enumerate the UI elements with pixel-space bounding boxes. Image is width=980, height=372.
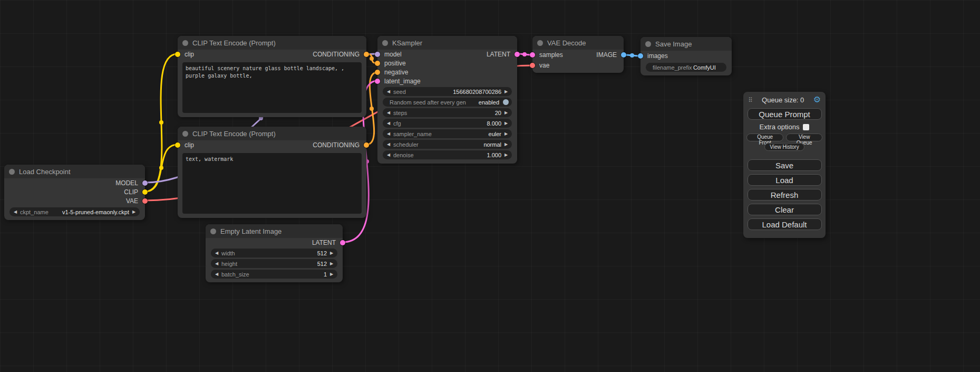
- node-title-bar[interactable]: CLIP Text Encode (Prompt): [178, 36, 366, 50]
- input-slot-samples[interactable]: [530, 52, 535, 58]
- view-history-button[interactable]: View History: [764, 143, 804, 151]
- collapse-dot-icon[interactable]: [382, 40, 388, 46]
- node-load-checkpoint[interactable]: Load Checkpoint MODEL CLIP VAE ckpt_name…: [4, 165, 145, 220]
- collapse-dot-icon[interactable]: [210, 228, 216, 234]
- input-slot-images[interactable]: [638, 53, 643, 59]
- output-slot-clip[interactable]: [142, 189, 148, 195]
- output-row: CLIP: [4, 187, 145, 196]
- node-graph-canvas[interactable]: Load Checkpoint MODEL CLIP VAE ckpt_name…: [0, 0, 980, 372]
- increment-arrow-icon[interactable]: [328, 259, 335, 268]
- output-label-model: MODEL: [115, 179, 138, 187]
- node-title-bar[interactable]: KSampler: [377, 36, 517, 50]
- node-title-bar[interactable]: CLIP Text Encode (Prompt): [178, 127, 366, 140]
- increment-arrow-icon[interactable]: [328, 249, 335, 257]
- queue-buttons-row: Queue Front View Queue: [746, 133, 822, 141]
- widget-steps[interactable]: steps 20: [383, 108, 512, 117]
- increment-arrow-icon[interactable]: [502, 108, 510, 117]
- decrement-arrow-icon[interactable]: [385, 108, 392, 117]
- widget-width[interactable]: width 512: [211, 249, 337, 257]
- decrement-arrow-icon[interactable]: [213, 249, 220, 257]
- input-label-clip: clip: [185, 51, 194, 58]
- decrement-arrow-icon[interactable]: [213, 259, 220, 268]
- node-title-bar[interactable]: Save Image: [641, 37, 732, 51]
- decrement-arrow-icon[interactable]: [385, 87, 392, 96]
- input-slot-model[interactable]: [375, 52, 380, 57]
- load-default-button[interactable]: Load Default: [748, 218, 822, 230]
- slot-row: clip CONDITIONING: [178, 50, 366, 59]
- queue-size-label: Queue size: 0: [753, 96, 813, 104]
- queue-prompt-button[interactable]: Queue Prompt: [748, 108, 822, 120]
- output-slot-latent[interactable]: [515, 52, 520, 57]
- collapse-dot-icon[interactable]: [9, 169, 15, 175]
- refresh-button[interactable]: Refresh: [748, 189, 822, 201]
- output-slot-model[interactable]: [142, 180, 148, 186]
- increment-arrow-icon[interactable]: [502, 87, 510, 96]
- output-slot-conditioning[interactable]: [364, 52, 369, 57]
- toggle-knob-icon[interactable]: [503, 99, 509, 105]
- slot-row: positive: [377, 59, 517, 68]
- widget-cfg[interactable]: cfg 8.000: [383, 119, 512, 128]
- widget-scheduler[interactable]: scheduler normal: [383, 140, 512, 149]
- widget-filename-prefix[interactable]: filename_prefix ComfyUI: [646, 63, 726, 72]
- link-midpoint-dot: [370, 107, 374, 111]
- input-label-images: images: [647, 52, 668, 60]
- drag-handle-icon[interactable]: [748, 95, 753, 104]
- input-slot-positive[interactable]: [375, 61, 380, 66]
- widget-seed[interactable]: seed 156680208700286: [383, 87, 512, 96]
- input-slot-negative[interactable]: [375, 70, 380, 75]
- decrement-arrow-icon[interactable]: [385, 150, 392, 159]
- node-clip-text-encode-negative[interactable]: CLIP Text Encode (Prompt) clip CONDITION…: [178, 127, 366, 218]
- output-slot-latent[interactable]: [340, 240, 345, 245]
- decrement-arrow-icon[interactable]: [385, 119, 392, 128]
- load-button[interactable]: Load: [748, 174, 822, 186]
- output-slot-image[interactable]: [621, 52, 626, 58]
- queue-front-button[interactable]: Queue Front: [746, 133, 783, 141]
- settings-gear-icon[interactable]: [813, 96, 821, 104]
- widget-denoise[interactable]: denoise 1.000: [383, 150, 512, 159]
- node-title-bar[interactable]: Load Checkpoint: [4, 165, 145, 178]
- slot-row: vae: [532, 60, 624, 71]
- node-vae-decode[interactable]: VAE Decode samples IMAGE vae: [532, 36, 624, 73]
- node-save-image[interactable]: Save Image images filename_prefix ComfyU…: [641, 37, 732, 75]
- collapse-dot-icon[interactable]: [537, 40, 543, 46]
- output-slot-conditioning[interactable]: [364, 142, 369, 148]
- increment-arrow-icon[interactable]: [502, 119, 510, 128]
- prev-value-arrow-icon[interactable]: [12, 207, 19, 216]
- widget-value: ComfyUI: [692, 64, 724, 71]
- input-slot-clip[interactable]: [175, 142, 180, 148]
- view-queue-button[interactable]: View Queue: [786, 133, 822, 141]
- next-value-arrow-icon[interactable]: [502, 140, 510, 149]
- input-label-clip: clip: [185, 141, 194, 149]
- widget-sampler-name[interactable]: sampler_name euler: [383, 129, 512, 138]
- extra-options-checkbox[interactable]: [803, 124, 809, 130]
- clear-button[interactable]: Clear: [748, 204, 822, 215]
- prev-value-arrow-icon[interactable]: [385, 140, 392, 149]
- input-label-samples: samples: [539, 51, 563, 59]
- decrement-arrow-icon[interactable]: [213, 270, 220, 279]
- save-button[interactable]: Save: [748, 159, 822, 171]
- input-slot-latent-image[interactable]: [375, 79, 380, 84]
- widget-height[interactable]: height 512: [211, 259, 337, 268]
- input-slot-clip[interactable]: [175, 52, 180, 57]
- increment-arrow-icon[interactable]: [328, 270, 335, 279]
- next-value-arrow-icon[interactable]: [130, 207, 138, 216]
- widget-batch-size[interactable]: batch_size 1: [211, 270, 337, 279]
- input-slot-vae[interactable]: [530, 63, 535, 68]
- output-slot-vae[interactable]: [142, 198, 148, 204]
- widget-ckpt-name[interactable]: ckpt_name v1-5-pruned-emaonly.ckpt: [9, 207, 140, 216]
- collapse-dot-icon[interactable]: [645, 41, 651, 47]
- node-title-bar[interactable]: VAE Decode: [532, 36, 624, 50]
- node-ksampler[interactable]: KSampler model LATENT positive negative …: [377, 36, 517, 164]
- node-clip-text-encode-positive[interactable]: CLIP Text Encode (Prompt) clip CONDITION…: [178, 36, 366, 117]
- node-empty-latent-image[interactable]: Empty Latent Image LATENT width 512 heig…: [206, 224, 343, 282]
- collapse-dot-icon[interactable]: [182, 131, 188, 137]
- node-title-bar[interactable]: Empty Latent Image: [206, 224, 343, 238]
- prompt-text-area[interactable]: beautiful scenery nature glass bottle la…: [182, 62, 362, 113]
- increment-arrow-icon[interactable]: [502, 150, 510, 159]
- next-value-arrow-icon[interactable]: [502, 129, 510, 138]
- widget-random-seed-toggle[interactable]: Random seed after every gen enabled: [383, 98, 512, 107]
- collapse-dot-icon[interactable]: [182, 40, 188, 46]
- prev-value-arrow-icon[interactable]: [385, 129, 392, 138]
- prompt-text-area[interactable]: text, watermark: [182, 153, 362, 214]
- widget-value: 20: [495, 110, 502, 116]
